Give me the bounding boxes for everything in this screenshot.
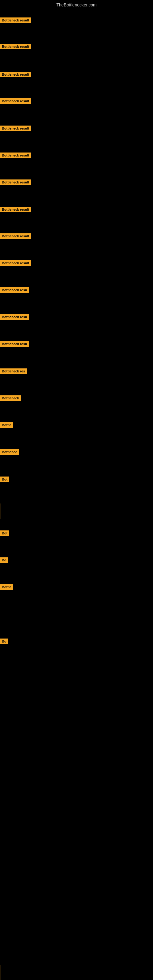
bottleneck-badge-container-17: Bot [0, 477, 9, 483]
vertical-line-0 [1, 503, 1, 519]
bottleneck-badge-17[interactable]: Bot [0, 477, 9, 482]
vertical-line-1 [1, 965, 1, 980]
bottleneck-badge-15[interactable]: Bottle [0, 422, 13, 428]
bottleneck-badge-16[interactable]: Bottlenec [0, 449, 19, 455]
bottleneck-badge-9[interactable]: Bottleneck result [0, 260, 31, 266]
bottleneck-badge-13[interactable]: Bottleneck res [0, 368, 27, 374]
bottleneck-badge-8[interactable]: Bottleneck result [0, 233, 31, 239]
bottleneck-badge-5[interactable]: Bottleneck result [0, 153, 31, 158]
bottleneck-badge-container-5: Bottleneck result [0, 153, 31, 159]
bottleneck-badge-container-10: Bottleneck resu [0, 287, 29, 294]
bottleneck-badge-21[interactable]: Bo [0, 638, 8, 644]
site-title: TheBottlenecker.com [0, 0, 153, 10]
bottleneck-badge-1[interactable]: Bottleneck result [0, 44, 31, 49]
bottleneck-badge-3[interactable]: Bottleneck result [0, 98, 31, 104]
bottleneck-badge-container-9: Bottleneck result [0, 260, 31, 267]
bottleneck-badge-container-15: Bottle [0, 422, 13, 429]
bottleneck-badge-container-6: Bottleneck result [0, 180, 31, 186]
bottleneck-badge-0[interactable]: Bottleneck result [0, 18, 31, 23]
bottleneck-badge-container-13: Bottleneck res [0, 368, 27, 375]
bottleneck-badge-container-4: Bottleneck result [0, 126, 31, 132]
bottleneck-badge-container-7: Bottleneck result [0, 207, 31, 213]
bottleneck-badge-container-11: Bottleneck resu [0, 314, 29, 321]
bottleneck-badge-container-0: Bottleneck result [0, 18, 31, 24]
bottleneck-badge-container-14: Bottleneck [0, 395, 21, 402]
bottleneck-badge-container-12: Bottleneck resu [0, 341, 29, 348]
bottleneck-badge-container-21: Bo [0, 638, 8, 645]
bottleneck-badge-container-8: Bottleneck result [0, 233, 31, 240]
bottleneck-badge-container-3: Bottleneck result [0, 98, 31, 105]
bottleneck-badge-container-19: Bo [0, 557, 8, 564]
bottleneck-badge-4[interactable]: Bottleneck result [0, 126, 31, 131]
bottleneck-badge-19[interactable]: Bo [0, 557, 8, 563]
bottleneck-badge-container-1: Bottleneck result [0, 44, 31, 51]
bottleneck-badge-20[interactable]: Bottle [0, 584, 13, 590]
bottleneck-badge-2[interactable]: Bottleneck result [0, 72, 31, 77]
bottleneck-badge-14[interactable]: Bottleneck [0, 395, 21, 401]
bottleneck-badge-container-20: Bottle [0, 584, 13, 591]
bottleneck-badge-container-16: Bottlenec [0, 449, 19, 456]
bottleneck-badge-6[interactable]: Bottleneck result [0, 180, 31, 185]
bottleneck-badge-18[interactable]: Bot [0, 530, 9, 536]
bottleneck-badge-12[interactable]: Bottleneck resu [0, 341, 29, 347]
bottleneck-badge-container-2: Bottleneck result [0, 72, 31, 78]
bottleneck-badge-7[interactable]: Bottleneck result [0, 207, 31, 212]
bottleneck-badge-10[interactable]: Bottleneck resu [0, 287, 29, 293]
bottleneck-badge-container-18: Bot [0, 530, 9, 537]
bottleneck-badge-11[interactable]: Bottleneck resu [0, 314, 29, 320]
